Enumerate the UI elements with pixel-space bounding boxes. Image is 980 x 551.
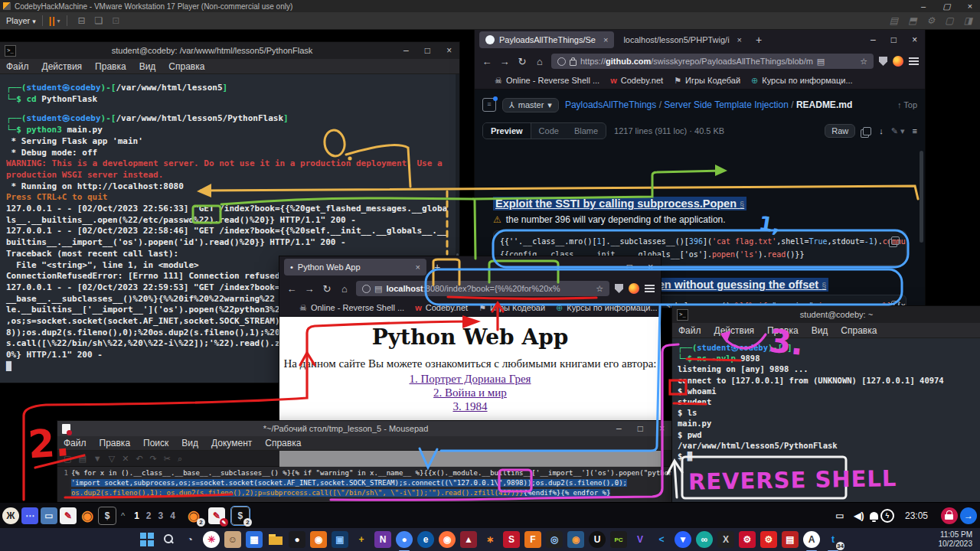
chrome-profile-icon[interactable]: A [803,531,820,548]
fullscreen-icon[interactable]: ❏ [95,15,103,26]
mousepad-toolbar[interactable]: ▢▤▼▽✕↶↷✂⌕ [57,451,672,467]
virtualbox-icon[interactable]: ▣ [332,531,348,548]
camtasia-icon[interactable]: ∞ [696,531,713,548]
menu-item[interactable]: Вид [812,325,828,336]
updates-icon[interactable]: → [960,507,977,524]
breadcrumb[interactable]: PayloadsAllTheThings / Server Side Templ… [565,99,852,110]
f-book-icon[interactable]: F [524,531,541,548]
display-icon[interactable]: ▢ [945,15,953,26]
shotcut-icon[interactable]: S [503,531,520,548]
permissions-icon[interactable] [557,57,566,66]
toolbar-icon[interactable]: ⌕ [178,454,182,464]
devices-icon[interactable]: ▤ [890,15,898,26]
bookmark-star-icon[interactable]: ☆ [596,284,603,294]
terminal-menubar[interactable]: ФайлДействияПравкаВидСправка [672,323,980,338]
red-laptop-icon[interactable]: ▤ [782,531,799,548]
unreal-icon[interactable]: U [589,531,606,548]
workspace-button[interactable]: 1 [134,510,139,521]
firefox-account-icon[interactable] [893,56,903,67]
minimize-icon[interactable]: – [606,262,612,272]
minimize-icon[interactable]: – [616,423,622,434]
bookmarks-bar[interactable]: ☠Online - Reverse Shell ...wCodeby.net⚑И… [279,299,661,317]
menu-item[interactable]: Правка [100,438,131,448]
close-icon[interactable]: × [912,34,917,45]
toolbar-icon[interactable]: ✂ [164,454,171,464]
download-icon[interactable]: ↓ [879,126,884,135]
menu-item[interactable]: Действия [42,61,83,72]
payload-text[interactable]: {% for x in ().__class__.__base__.__subc… [70,467,672,503]
back-icon[interactable]: ← [286,283,298,295]
menu-item[interactable]: Файл [678,325,701,336]
copy-icon[interactable] [863,127,871,135]
reload-icon[interactable]: ↻ [321,283,333,295]
obsidian-icon[interactable]: ● [289,531,305,548]
vm-clock[interactable]: 23:05 [905,510,928,521]
terminal-titlebar[interactable]: >_ student@codeby: ~ [672,306,980,323]
new-tab-button[interactable]: + [434,261,440,273]
close-icon[interactable]: × [648,262,653,272]
bookmarks-bar[interactable]: ☠Online - Reverse Shell ...wCodeby.net⚑И… [475,72,925,90]
show-desktop-icon[interactable]: ▭ [831,507,848,524]
visual-studio-icon[interactable]: V [632,531,648,548]
chrome-icon[interactable]: ● [396,531,413,548]
fl-studio-icon[interactable]: ∗ [482,531,498,548]
maximize-icon[interactable]: □ [638,423,643,434]
fan-app-icon[interactable]: X [717,531,734,548]
disk-icon[interactable]: ⬒ [908,15,916,26]
maps-pin-icon[interactable]: ▼ [675,531,691,548]
shield-icon[interactable] [615,284,623,293]
workspace-button[interactable]: 4 [170,510,175,521]
menu-item[interactable]: Справка [841,325,877,336]
file-view-tabs[interactable]: Preview Code Blame [482,122,606,139]
forward-icon[interactable]: → [498,56,511,67]
close-tab-icon[interactable]: × [416,262,420,272]
minimize-icon[interactable]: – [871,34,876,45]
toolbar-icon[interactable]: ↷ [150,454,157,464]
new-tab-button[interactable]: + [756,34,762,46]
game-gear2-icon[interactable]: ⚙ [760,531,777,548]
onenote-icon[interactable]: N [374,531,391,548]
back-icon[interactable]: ← [481,56,493,67]
mousepad-menubar[interactable]: ФайлПравкаПоискВидДокументСправка [57,436,672,451]
url-bar[interactable]: https://github.com/swisskyrepo/PayloadsA… [551,54,874,69]
close-icon[interactable]: × [968,2,972,11]
menu-item[interactable]: Вид [181,438,198,448]
calendar-icon[interactable]: ▦ [246,531,263,548]
host-clock[interactable]: 11:05 PM10/2/2023 [939,530,973,549]
menu-item[interactable]: Документ [211,438,252,448]
blender-icon[interactable]: ◉ [567,531,584,548]
raw-button[interactable]: Raw [825,124,855,138]
tab-payloadsallthethings[interactable]: PayloadsAllTheThings/Se× [479,31,614,48]
menu-item[interactable]: Вид [139,61,156,72]
clock-app-icon[interactable]: ◉ [310,531,327,548]
search-icon[interactable] [160,531,177,548]
url-bar[interactable]: ▤ localhost:8080/index?book={%%20for%20x… [356,281,609,296]
menu-icon[interactable] [645,285,655,286]
expand-icon[interactable]: ◨ [964,15,972,26]
branch-button[interactable]: ⅄master▾ [502,98,559,112]
minimize-icon[interactable]: – [921,2,926,11]
file-manager-icon[interactable]: ▭ [41,507,57,524]
terminal-output[interactable]: ┌──(student㉿codeby)-[~]└─$ nc -nvlp 9898… [672,338,980,504]
outline-icon[interactable]: ≡ [913,126,917,135]
mousepad-editor[interactable]: 1 {% for x in ().__class__.__base__.__su… [57,467,672,503]
edge-icon[interactable]: e [417,531,434,548]
twitter-icon[interactable]: t34 [825,531,841,548]
home-icon[interactable]: ⌂ [338,283,351,295]
menu-item[interactable]: Файл [6,61,29,72]
maximize-icon[interactable]: ▢ [942,2,950,11]
terminal-icon[interactable]: $ [98,507,116,525]
book-link[interactable]: 2. Война и мир [279,386,661,399]
mousepad-window[interactable]: *~/Рабочий стол/tmp_lesson_5 - Mousepad … [57,421,672,503]
menu-item[interactable]: Действия [714,325,755,336]
book-link[interactable]: 1. Портрет Дориана Грея [279,372,661,386]
home-icon[interactable]: ⌂ [534,56,546,67]
toolbar-icon[interactable]: ▽ [109,454,115,464]
scrollbar[interactable] [920,151,923,243]
photos-person-icon[interactable]: ☺ [224,531,241,548]
close-icon[interactable]: × [446,45,452,56]
pause-button[interactable]: || [49,15,56,26]
collapse-icon[interactable]: ^ [121,511,125,520]
copy-icon[interactable] [891,236,900,245]
menu-item[interactable]: Файл [64,438,87,448]
